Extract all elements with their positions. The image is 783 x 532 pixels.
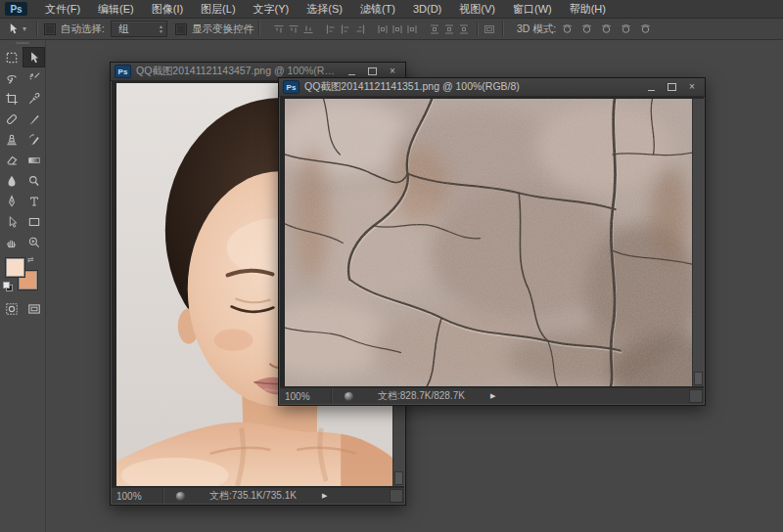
workflow-sphere-icon xyxy=(344,391,354,402)
ps-file-icon: Ps xyxy=(115,65,131,78)
scrollbar-corner[interactable] xyxy=(694,372,703,385)
photoshop-logo: Ps xyxy=(5,2,27,16)
menu-bar: Ps 文件(F)编辑(E)图像(I)图层(L)文字(Y)选择(S)滤镜(T)3D… xyxy=(0,0,783,19)
zoom-level-field[interactable]: 100% xyxy=(280,388,332,404)
menu-item-image[interactable]: 图像(I) xyxy=(143,0,192,18)
options-divider xyxy=(477,22,478,36)
horizontal-type-tool[interactable] xyxy=(23,191,45,211)
zoom-level-field[interactable]: 100% xyxy=(112,488,163,504)
menu-item-file[interactable]: 文件(F) xyxy=(36,0,89,18)
auto-select-target-dropdown[interactable]: 组 ▲▼ xyxy=(111,21,167,37)
menu-item-help[interactable]: 帮助(H) xyxy=(561,0,615,18)
3d-drag[interactable] xyxy=(600,22,614,36)
rectangular-marquee-tool[interactable] xyxy=(0,47,23,67)
window-controls: × xyxy=(641,81,702,94)
blur-tool[interactable] xyxy=(0,170,23,191)
lasso-tool[interactable] xyxy=(0,67,23,88)
document-window-texture: Ps QQ截图20141121141351.png @ 100%(RGB/8) … xyxy=(278,77,706,406)
maximize-icon xyxy=(668,83,676,91)
dodge-tool[interactable] xyxy=(23,170,45,191)
document-title: QQ截图20141121143457.png @ 100%(RGB/8#) xyxy=(136,65,337,78)
maximize-button[interactable] xyxy=(662,81,681,94)
options-divider xyxy=(502,22,503,36)
auto-select-checkbox[interactable] xyxy=(44,23,56,35)
resize-corner[interactable] xyxy=(689,389,703,403)
menu-item-edit[interactable]: 编辑(E) xyxy=(89,0,143,18)
align-left-edges[interactable] xyxy=(324,22,339,36)
eraser-tool[interactable] xyxy=(0,150,23,170)
scrollbar-corner[interactable] xyxy=(394,471,403,485)
spinner-arrows-icon: ▲▼ xyxy=(159,24,163,33)
pen-tool[interactable] xyxy=(0,191,23,211)
panel-grip[interactable] xyxy=(0,39,45,47)
maximize-button[interactable] xyxy=(362,66,382,78)
auto-align-layers-icon xyxy=(484,23,495,35)
distribute-horizontal-centers[interactable] xyxy=(442,22,457,36)
menu-item-filter[interactable]: 滤镜(T) xyxy=(351,0,404,18)
path-selection-tool[interactable] xyxy=(0,211,23,232)
3d-roll[interactable] xyxy=(580,22,594,36)
ps-file-icon: Ps xyxy=(283,80,299,94)
menu-item-view[interactable]: 视图(V) xyxy=(450,0,504,18)
status-menu-arrow-icon[interactable]: ▶ xyxy=(490,392,495,400)
auto-align-layers-button[interactable] xyxy=(483,22,497,36)
minimize-button[interactable] xyxy=(342,66,361,78)
menu-item-layer[interactable]: 图层(L) xyxy=(192,0,244,18)
minimize-button[interactable] xyxy=(641,81,661,94)
menu-item-3d[interactable]: 3D(D) xyxy=(404,0,450,18)
eyedropper-tool[interactable] xyxy=(23,88,45,109)
options-divider xyxy=(36,22,37,36)
show-transform-controls-checkbox[interactable] xyxy=(175,23,187,35)
zoom-tool[interactable] xyxy=(23,232,45,252)
history-brush-tool[interactable] xyxy=(23,129,45,150)
3d-scale[interactable] xyxy=(639,22,653,36)
clone-stamp-tool[interactable] xyxy=(0,129,23,150)
3d-rotate[interactable] xyxy=(561,22,575,36)
menu-item-type[interactable]: 文字(Y) xyxy=(245,0,299,18)
swap-colors-icon[interactable]: ⇄ xyxy=(27,255,34,264)
distribute-bottom-edges[interactable] xyxy=(405,22,420,36)
align-bottom-edges[interactable] xyxy=(301,22,316,36)
status-bar: 100% 文档:735.1K/735.1K ▶ xyxy=(112,487,404,504)
3d-slide[interactable] xyxy=(620,22,633,36)
screen-mode[interactable] xyxy=(23,298,45,319)
window-title-bar[interactable]: Ps QQ截图20141121141351.png @ 100%(RGB/8) … xyxy=(279,78,705,97)
close-button[interactable]: × xyxy=(383,66,402,78)
menu-item-window[interactable]: 窗口(W) xyxy=(504,0,561,18)
gradient-tool[interactable] xyxy=(23,150,45,170)
align-horizontal-centers[interactable] xyxy=(339,22,353,36)
quick-selection-tool[interactable] xyxy=(23,67,45,88)
spot-healing-brush-tool[interactable] xyxy=(0,109,23,129)
tool-buttons xyxy=(0,47,45,252)
distribute-left-edges[interactable] xyxy=(428,22,442,36)
align-vertical-centers[interactable] xyxy=(287,22,301,36)
resize-corner[interactable] xyxy=(390,489,403,503)
foreground-color-swatch[interactable] xyxy=(6,258,24,277)
default-colors-icon[interactable] xyxy=(3,282,11,289)
crop-tool[interactable] xyxy=(0,88,23,109)
maximize-icon xyxy=(368,67,377,75)
close-button[interactable]: × xyxy=(682,81,702,94)
show-transform-controls-label: 显示变换控件 xyxy=(192,22,253,36)
status-menu-arrow-icon[interactable]: ▶ xyxy=(322,492,327,500)
minimize-icon xyxy=(648,90,655,91)
distribute-top-edges[interactable] xyxy=(376,22,391,36)
document-size-info: 文档:735.1K/735.1K xyxy=(209,489,297,503)
distribute-right-edges[interactable] xyxy=(457,22,472,36)
quick-mask-mode[interactable] xyxy=(0,298,23,319)
active-tool-preset[interactable]: ▾ xyxy=(0,22,31,35)
vertical-scrollbar[interactable] xyxy=(692,99,704,386)
rectangle-tool[interactable] xyxy=(23,211,45,232)
align-right-edges[interactable] xyxy=(353,22,368,36)
menu-item-select[interactable]: 选择(S) xyxy=(298,0,351,18)
move-tool[interactable] xyxy=(23,47,45,67)
3d-mode-label: 3D 模式: xyxy=(517,22,556,36)
auto-select-label: 自动选择: xyxy=(61,22,105,36)
tool-options-bar: ▾ 自动选择: 组 ▲▼ 显示变换控件 3D 模式: xyxy=(0,19,783,40)
align-top-edges[interactable] xyxy=(272,22,287,36)
dropdown-caret-icon: ▾ xyxy=(23,24,26,33)
distribute-vertical-centers[interactable] xyxy=(391,22,405,36)
hand-tool[interactable] xyxy=(0,232,23,252)
brush-tool[interactable] xyxy=(23,109,45,129)
status-bar: 100% 文档:828.7K/828.7K ▶ xyxy=(280,387,704,404)
